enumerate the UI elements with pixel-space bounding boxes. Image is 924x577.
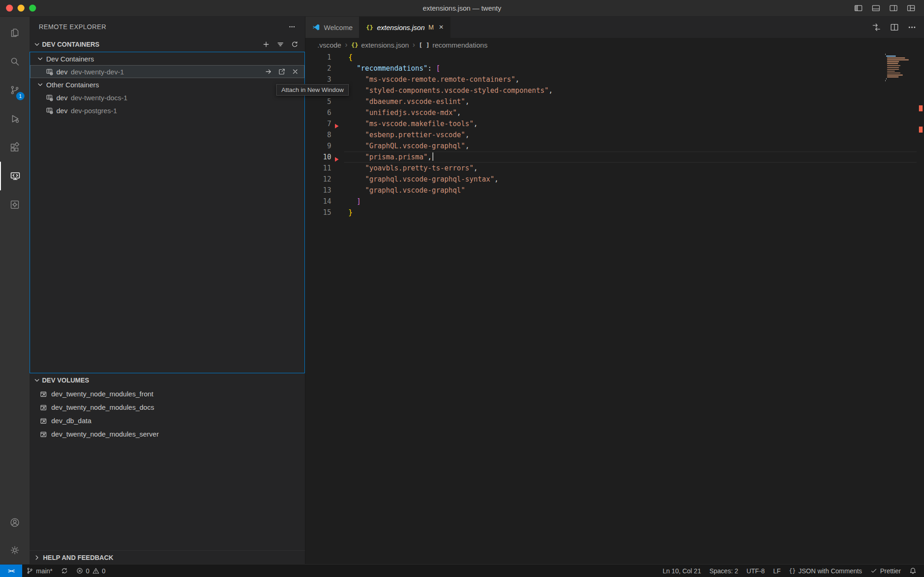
remove-container-button[interactable] xyxy=(292,68,299,75)
minimap[interactable] xyxy=(885,54,916,82)
volume-item[interactable]: dev_twenty_node_modules_docs xyxy=(30,401,305,414)
encoding-setting[interactable]: UTF-8 xyxy=(742,565,769,577)
breadcrumb-label: extensions.json xyxy=(361,41,409,49)
activitybar-extensions[interactable] xyxy=(0,133,30,162)
help-and-feedback-header[interactable]: HELP AND FEEDBACK xyxy=(30,550,305,564)
formatter-label: Prettier xyxy=(880,567,901,575)
container-group[interactable]: Dev Containers xyxy=(30,52,304,65)
close-window-button[interactable] xyxy=(6,5,13,12)
activitybar-accounts[interactable] xyxy=(0,509,30,536)
volume-item[interactable]: dev_db_data xyxy=(30,414,305,427)
more-actions-icon[interactable] xyxy=(907,23,917,32)
cursor-position[interactable]: Ln 10, Col 21 xyxy=(658,565,705,577)
gutter-marker xyxy=(335,124,339,128)
split-editor-icon[interactable] xyxy=(889,22,900,32)
braces-icon: {} xyxy=(789,568,796,574)
section-actions xyxy=(262,41,298,48)
volume-item[interactable]: dev_twenty_node_modules_front xyxy=(30,387,305,401)
minimap-line xyxy=(887,69,899,70)
activitybar-settings[interactable] xyxy=(0,536,30,564)
breadcrumb-separator-icon: › xyxy=(345,41,347,49)
activitybar-explorer[interactable] xyxy=(0,18,30,47)
breadcrumb-separator-icon: › xyxy=(413,41,415,49)
code-line: "ms-vscode.makefile-tools", xyxy=(348,118,882,129)
remote-indicator[interactable]: >< xyxy=(0,565,22,577)
breadcrumb-item[interactable]: {}extensions.json xyxy=(351,41,409,49)
tab-welcome[interactable]: Welcome xyxy=(305,17,359,38)
container-name: dev xyxy=(56,107,67,115)
sidebar-remote-explorer: REMOTE EXPLORER DEV CONTAINERS Dev Conta… xyxy=(30,17,305,564)
tab-bar: Welcome{}extensions.jsonM× xyxy=(305,17,924,38)
activitybar-containers[interactable] xyxy=(0,190,30,219)
activitybar-source-control[interactable]: 1 xyxy=(0,76,30,104)
overview-ruler-mark xyxy=(919,127,923,133)
minimap-line xyxy=(887,65,900,67)
volume-icon xyxy=(40,404,47,411)
toggle-panel-icon[interactable] xyxy=(871,4,881,13)
group-label: Other Containers xyxy=(46,81,99,89)
list-filter-icon[interactable] xyxy=(277,41,284,48)
title-bar: extensions.json — twenty xyxy=(0,0,924,17)
attach-new-window-button[interactable] xyxy=(278,68,286,75)
branch-indicator[interactable]: main* xyxy=(22,565,57,577)
dev-volumes-header[interactable]: DEV VOLUMES xyxy=(30,373,305,387)
container-group[interactable]: Other Containers xyxy=(30,78,304,91)
formatter-indicator[interactable]: Prettier xyxy=(866,565,905,577)
container-item[interactable]: devdev-twenty-dev-1 xyxy=(30,65,304,78)
volume-name: dev_twenty_node_modules_docs xyxy=(51,403,154,411)
container-item[interactable]: devdev-postgres-1 xyxy=(30,104,304,117)
zoom-window-button[interactable] xyxy=(29,5,36,12)
line-number: 15 xyxy=(305,207,331,218)
volume-icon xyxy=(40,417,47,425)
section-dev-containers[interactable]: DEV CONTAINERS xyxy=(30,37,305,52)
problems-indicator[interactable]: 0 0 xyxy=(72,565,110,577)
breadcrumb-item[interactable]: .vscode xyxy=(317,41,341,49)
language-mode[interactable]: {} JSON with Comments xyxy=(785,565,866,577)
breadcrumbs: .vscode›{}extensions.json›[ ]recommendat… xyxy=(305,38,924,52)
customize-layout-icon[interactable] xyxy=(906,4,916,13)
tab-extensions-json[interactable]: {}extensions.jsonM× xyxy=(359,17,450,38)
sidebar-more-actions-icon[interactable] xyxy=(288,23,296,30)
breadcrumb-item[interactable]: [ ]recommendations xyxy=(419,41,487,49)
container-item[interactable]: devdev-twenty-docs-1 xyxy=(30,91,304,104)
line-number: 13 xyxy=(305,185,331,196)
code-line: } xyxy=(348,207,882,218)
indentation-setting[interactable]: Spaces: 2 xyxy=(705,565,742,577)
minimize-window-button[interactable] xyxy=(18,5,24,12)
close-tab-icon[interactable]: × xyxy=(439,23,444,32)
chevron-down-icon xyxy=(36,55,44,62)
warning-icon xyxy=(92,567,99,574)
code-editor[interactable]: 123456789101112131415 { "recommendations… xyxy=(305,52,924,564)
minimap-line xyxy=(886,78,887,79)
eol-setting[interactable]: LF xyxy=(769,565,784,577)
code-line: "ms-vscode-remote.remote-containers", xyxy=(348,74,882,85)
line-number: 11 xyxy=(305,163,331,174)
section-label: DEV VOLUMES xyxy=(42,377,89,384)
notifications-bell[interactable] xyxy=(905,565,924,577)
volume-name: dev_db_data xyxy=(51,417,91,425)
activitybar-run-debug[interactable] xyxy=(0,104,30,133)
attach-container-button[interactable] xyxy=(265,68,272,75)
minimap-line xyxy=(887,74,903,76)
sync-button[interactable] xyxy=(57,565,72,577)
refresh-icon[interactable] xyxy=(291,41,298,48)
volume-item[interactable]: dev_twenty_node_modules_server xyxy=(30,427,305,441)
container-description: dev-twenty-dev-1 xyxy=(71,68,124,76)
open-changes-icon[interactable] xyxy=(871,22,881,32)
activitybar-remote-explorer[interactable] xyxy=(0,162,30,190)
json-file-icon: {} xyxy=(366,24,373,31)
toggle-secondary-sidebar-icon[interactable] xyxy=(889,4,898,13)
new-container-icon[interactable] xyxy=(262,41,270,48)
vscode-window: extensions.json — twenty 1 xyxy=(0,0,924,577)
overview-ruler-mark xyxy=(919,105,923,111)
chevron-down-icon xyxy=(33,41,41,48)
tab-label: Welcome xyxy=(324,24,353,31)
code-line: "yoavbls.pretty-ts-errors", xyxy=(348,163,882,174)
attach-tooltip: Attach in New Window xyxy=(276,84,349,96)
activitybar-search[interactable] xyxy=(0,47,30,76)
container-description: dev-twenty-docs-1 xyxy=(71,94,128,102)
minimap-line xyxy=(887,63,898,64)
error-count: 0 xyxy=(86,567,90,575)
toggle-primary-sidebar-icon[interactable] xyxy=(854,4,863,13)
gear-icon xyxy=(9,545,20,556)
